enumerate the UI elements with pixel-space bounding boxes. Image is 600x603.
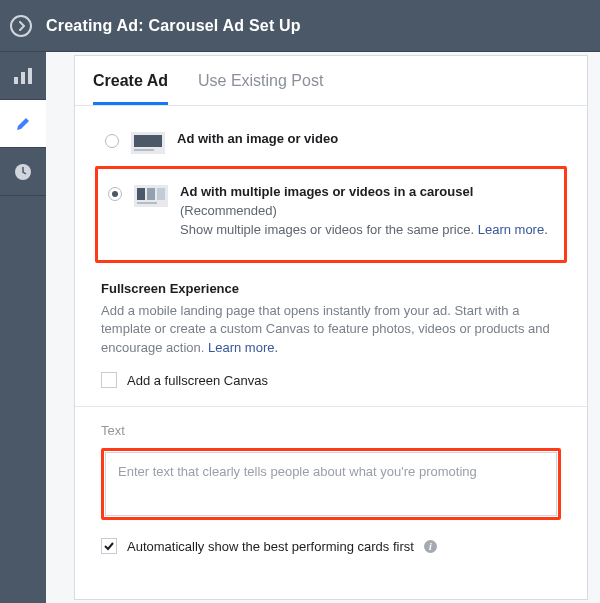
learn-more-fullscreen-link[interactable]: Learn more. <box>208 340 278 355</box>
page-title: Creating Ad: Carousel Ad Set Up <box>46 17 301 35</box>
page-header: Creating Ad: Carousel Ad Set Up <box>0 0 600 52</box>
fullscreen-canvas-row[interactable]: Add a fullscreen Canvas <box>101 372 561 388</box>
nav-item-edit[interactable] <box>0 100 46 148</box>
fullscreen-canvas-label: Add a fullscreen Canvas <box>127 373 268 388</box>
highlight-text-input: Enter text that clearly tells people abo… <box>101 448 561 520</box>
thumb-carousel-icon <box>134 185 168 207</box>
auto-cards-checkbox[interactable] <box>101 538 117 554</box>
radio-single[interactable] <box>105 134 119 148</box>
create-ad-panel: Create Ad Use Existing Post Ad with an i… <box>74 55 588 600</box>
nav-item-reports[interactable] <box>0 52 46 100</box>
ad-text-input[interactable]: Enter text that clearly tells people abo… <box>105 452 557 516</box>
ad-option-carousel-recommended: (Recommended) <box>180 202 548 221</box>
svg-rect-5 <box>134 135 162 147</box>
left-nav <box>0 52 46 196</box>
thumb-single-icon <box>131 132 165 154</box>
radio-carousel[interactable] <box>108 187 122 201</box>
tab-create-ad[interactable]: Create Ad <box>93 56 168 105</box>
svg-rect-0 <box>14 77 18 84</box>
svg-rect-1 <box>21 72 25 84</box>
svg-rect-8 <box>137 188 145 200</box>
pencil-icon <box>15 116 31 132</box>
ad-option-carousel[interactable]: Ad with multiple images or videos in a c… <box>104 177 558 250</box>
nav-item-history[interactable] <box>0 148 46 196</box>
ad-option-single-title: Ad with an image or video <box>177 131 338 146</box>
auto-cards-row[interactable]: Automatically show the best performing c… <box>101 538 561 554</box>
highlight-carousel-option: Ad with multiple images or videos in a c… <box>95 166 567 263</box>
tabs: Create Ad Use Existing Post <box>75 56 587 106</box>
clock-icon <box>14 163 32 181</box>
svg-rect-9 <box>147 188 155 200</box>
learn-more-carousel-link[interactable]: Learn more. <box>478 222 548 237</box>
divider <box>75 406 587 407</box>
svg-rect-11 <box>137 202 157 204</box>
collapse-icon[interactable] <box>10 15 32 37</box>
svg-rect-2 <box>28 68 32 84</box>
ad-option-carousel-desc: Show multiple images or videos for the s… <box>180 222 478 237</box>
tab-use-existing-post[interactable]: Use Existing Post <box>198 56 323 105</box>
ad-option-single[interactable]: Ad with an image or video <box>101 124 561 164</box>
auto-cards-label: Automatically show the best performing c… <box>127 539 414 554</box>
fullscreen-canvas-checkbox[interactable] <box>101 372 117 388</box>
svg-rect-6 <box>134 149 154 151</box>
fullscreen-heading: Fullscreen Experience <box>101 281 561 296</box>
info-icon[interactable]: i <box>424 540 437 553</box>
fullscreen-desc: Add a mobile landing page that opens ins… <box>101 303 550 356</box>
bar-chart-icon <box>14 68 32 84</box>
ad-option-carousel-title: Ad with multiple images or videos in a c… <box>180 183 548 202</box>
text-section-label: Text <box>101 423 561 438</box>
svg-rect-10 <box>157 188 165 200</box>
check-icon <box>103 540 115 552</box>
